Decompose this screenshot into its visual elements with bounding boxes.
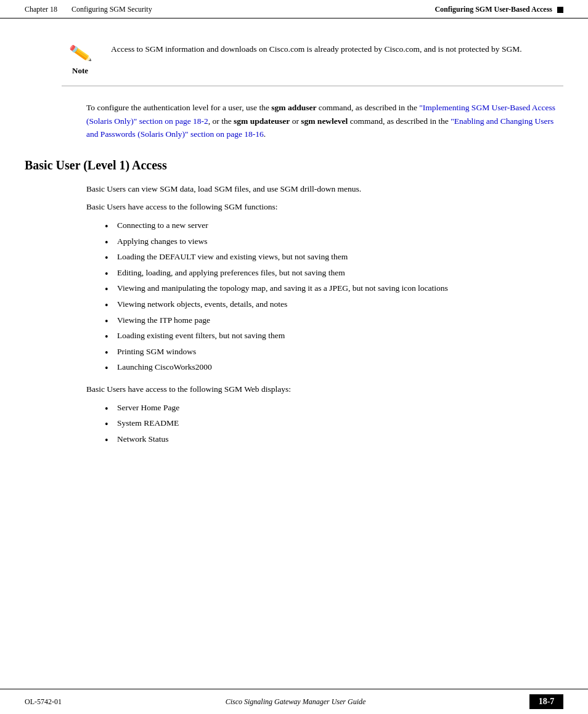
intro-text-between: , or the (208, 116, 234, 126)
header-square-icon (557, 7, 563, 13)
intro-text-between2: or (290, 116, 301, 126)
web-displays-list: Server Home PageSystem READMENetwork Sta… (105, 401, 563, 446)
list-item: Loading existing event filters, but not … (105, 329, 563, 343)
basic-user-intro2: Basic Users have access to the following… (86, 200, 563, 214)
list-item: Launching CiscoWorks2000 (105, 360, 563, 374)
main-content: ✏️ Note Access to SGM information and do… (0, 18, 588, 689)
intro-paragraph: To configure the authentication level fo… (86, 101, 563, 141)
intro-text-after-bold3: command, as described in the (348, 116, 451, 126)
intro-bold2: sgm updateuser (234, 116, 290, 126)
page-footer: OL-5742-01 Cisco Signaling Gateway Manag… (0, 689, 588, 714)
pencil-icon: ✏️ (68, 41, 92, 65)
note-icon-area: ✏️ Note (62, 43, 99, 76)
list-item: Editing, loading, and applying preferenc… (105, 266, 563, 280)
intro-bold1: sgm adduser (271, 103, 316, 112)
note-label: Note (72, 66, 88, 76)
header-chapter: Chapter 18 (25, 5, 57, 14)
page-header: Chapter 18 Configuring SGM Security Conf… (0, 0, 588, 18)
footer-page-number: 18-7 (529, 694, 563, 709)
basic-user-intro1: Basic Users can view SGM data, load SGM … (86, 182, 563, 196)
page: Chapter 18 Configuring SGM Security Conf… (0, 0, 588, 714)
list-item: Network Status (105, 432, 563, 446)
list-item: Applying changes to views (105, 235, 563, 248)
intro-text-before-bold1: To configure the authentication level fo… (86, 103, 271, 112)
intro-bold3: sgm newlevel (301, 116, 348, 126)
sgm-functions-list: Connecting to a new serverApplying chang… (105, 219, 563, 374)
list-item: Printing SGM windows (105, 345, 563, 359)
list-item: Loading the DEFAULT view and existing vi… (105, 250, 563, 264)
intro-text-end: . (264, 129, 266, 139)
list-item: Server Home Page (105, 401, 563, 415)
note-section: ✏️ Note Access to SGM information and do… (62, 43, 563, 86)
section-heading: Basic User (Level 1) Access (25, 158, 563, 172)
footer-guide-title: Cisco Signaling Gateway Manager User Gui… (62, 697, 529, 707)
list-item: Viewing and manipulating the topology ma… (105, 282, 563, 295)
header-chapter-title: Configuring SGM Security (71, 5, 152, 14)
list-item: Viewing network objects, events, details… (105, 298, 563, 311)
header-section-title: Configuring SGM User-Based Access (435, 5, 552, 14)
list-item: System README (105, 416, 563, 430)
intro-text-after-bold1: command, as described in the (316, 103, 419, 112)
list-item: Connecting to a new server (105, 219, 563, 232)
header-right: Configuring SGM User-Based Access (435, 5, 563, 14)
list-item: Viewing the ITP home page (105, 314, 563, 327)
footer-doc-number: OL-5742-01 (25, 697, 62, 707)
note-text: Access to SGM information and downloads … (111, 43, 563, 55)
header-left: Chapter 18 Configuring SGM Security (25, 5, 152, 14)
web-displays-intro: Basic Users have access to the following… (86, 383, 563, 396)
